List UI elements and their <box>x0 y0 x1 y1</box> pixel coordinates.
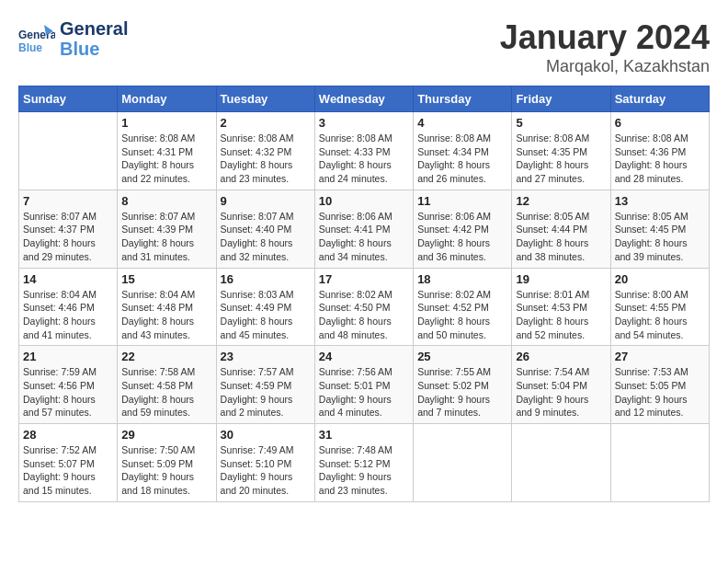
day-info: Sunrise: 8:08 AMSunset: 4:36 PMDaylight:… <box>615 132 705 186</box>
weekday-header-wednesday: Wednesday <box>314 86 413 112</box>
calendar-cell <box>610 424 709 502</box>
weekday-header-row: SundayMondayTuesdayWednesdayThursdayFrid… <box>19 86 710 112</box>
day-info: Sunrise: 8:00 AMSunset: 4:55 PMDaylight:… <box>615 288 705 342</box>
day-info: Sunrise: 8:04 AMSunset: 4:48 PMDaylight:… <box>121 288 211 342</box>
weekday-header-monday: Monday <box>118 86 216 112</box>
weekday-header-sunday: Sunday <box>19 86 118 112</box>
calendar-cell: 21Sunrise: 7:59 AMSunset: 4:56 PMDayligh… <box>19 346 118 424</box>
day-info: Sunrise: 7:55 AMSunset: 5:02 PMDaylight:… <box>417 365 507 419</box>
day-number: 8 <box>121 194 211 208</box>
logo-label: General Blue <box>60 18 128 59</box>
day-number: 1 <box>121 116 211 130</box>
day-number: 9 <box>221 194 311 208</box>
calendar-week-5: 28Sunrise: 7:52 AMSunset: 5:07 PMDayligh… <box>19 424 710 502</box>
day-info: Sunrise: 8:05 AMSunset: 4:44 PMDaylight:… <box>516 210 606 264</box>
calendar-cell: 24Sunrise: 7:56 AMSunset: 5:01 PMDayligh… <box>314 346 413 424</box>
calendar-cell: 1Sunrise: 8:08 AMSunset: 4:31 PMDaylight… <box>118 112 216 190</box>
calendar-cell: 15Sunrise: 8:04 AMSunset: 4:48 PMDayligh… <box>118 268 216 346</box>
calendar-cell: 8Sunrise: 8:07 AMSunset: 4:39 PMDaylight… <box>118 190 216 268</box>
day-number: 18 <box>417 272 507 286</box>
day-info: Sunrise: 8:07 AMSunset: 4:40 PMDaylight:… <box>221 210 311 264</box>
day-info: Sunrise: 7:58 AMSunset: 4:58 PMDaylight:… <box>121 365 211 419</box>
day-number: 22 <box>121 350 211 363</box>
calendar-cell: 11Sunrise: 8:06 AMSunset: 4:42 PMDayligh… <box>414 190 512 268</box>
calendar-cell: 25Sunrise: 7:55 AMSunset: 5:02 PMDayligh… <box>414 346 512 424</box>
day-number: 10 <box>319 194 409 208</box>
day-info: Sunrise: 8:07 AMSunset: 4:37 PMDaylight:… <box>23 210 113 264</box>
day-info: Sunrise: 8:06 AMSunset: 4:41 PMDaylight:… <box>319 210 409 264</box>
calendar-cell: 14Sunrise: 8:04 AMSunset: 4:46 PMDayligh… <box>19 268 118 346</box>
day-number: 17 <box>319 272 409 286</box>
svg-text:Blue: Blue <box>18 41 42 54</box>
calendar-cell: 3Sunrise: 8:08 AMSunset: 4:33 PMDaylight… <box>314 112 413 190</box>
calendar-cell: 31Sunrise: 7:48 AMSunset: 5:12 PMDayligh… <box>314 424 413 502</box>
day-number: 31 <box>319 428 409 442</box>
day-info: Sunrise: 7:52 AMSunset: 5:07 PMDaylight:… <box>23 443 113 498</box>
day-number: 14 <box>23 272 113 286</box>
page-header: General Blue General Blue January 2024 M… <box>18 18 710 76</box>
day-number: 20 <box>615 272 705 286</box>
weekday-header-tuesday: Tuesday <box>216 86 314 112</box>
calendar-cell <box>19 112 118 190</box>
calendar-cell: 19Sunrise: 8:01 AMSunset: 4:53 PMDayligh… <box>512 268 610 346</box>
day-info: Sunrise: 8:06 AMSunset: 4:42 PMDaylight:… <box>417 210 507 264</box>
calendar-table: SundayMondayTuesdayWednesdayThursdayFrid… <box>18 86 710 502</box>
calendar-week-4: 21Sunrise: 7:59 AMSunset: 4:56 PMDayligh… <box>19 346 710 424</box>
day-info: Sunrise: 8:08 AMSunset: 4:35 PMDaylight:… <box>516 132 606 186</box>
day-info: Sunrise: 8:08 AMSunset: 4:34 PMDaylight:… <box>417 132 507 186</box>
calendar-title: January 2024 <box>500 18 710 57</box>
day-number: 3 <box>319 116 409 130</box>
logo: General Blue General Blue <box>18 18 128 59</box>
logo-general-text: General <box>60 18 128 39</box>
day-info: Sunrise: 8:01 AMSunset: 4:53 PMDaylight:… <box>516 288 606 342</box>
day-number: 28 <box>23 428 113 442</box>
title-area: January 2024 Marqakol, Kazakhstan <box>500 18 710 76</box>
calendar-week-1: 1Sunrise: 8:08 AMSunset: 4:31 PMDaylight… <box>19 112 710 190</box>
day-info: Sunrise: 8:08 AMSunset: 4:32 PMDaylight:… <box>221 132 311 186</box>
calendar-cell: 13Sunrise: 8:05 AMSunset: 4:45 PMDayligh… <box>610 190 709 268</box>
calendar-cell: 7Sunrise: 8:07 AMSunset: 4:37 PMDaylight… <box>19 190 118 268</box>
day-info: Sunrise: 7:57 AMSunset: 4:59 PMDaylight:… <box>221 365 311 419</box>
day-info: Sunrise: 7:56 AMSunset: 5:01 PMDaylight:… <box>319 365 409 419</box>
calendar-cell: 4Sunrise: 8:08 AMSunset: 4:34 PMDaylight… <box>414 112 512 190</box>
day-info: Sunrise: 8:05 AMSunset: 4:45 PMDaylight:… <box>615 210 705 264</box>
logo-icon: General Blue <box>18 20 55 57</box>
calendar-cell <box>414 424 512 502</box>
calendar-cell: 20Sunrise: 8:00 AMSunset: 4:55 PMDayligh… <box>610 268 709 346</box>
day-number: 29 <box>121 428 211 442</box>
day-number: 19 <box>516 272 606 286</box>
day-number: 27 <box>615 350 705 363</box>
logo-blue-text: Blue <box>60 39 128 59</box>
day-number: 26 <box>516 350 606 363</box>
calendar-cell: 2Sunrise: 8:08 AMSunset: 4:32 PMDaylight… <box>216 112 314 190</box>
day-info: Sunrise: 8:02 AMSunset: 4:52 PMDaylight:… <box>417 288 507 342</box>
day-number: 4 <box>417 116 507 130</box>
day-number: 30 <box>221 428 311 442</box>
calendar-cell: 12Sunrise: 8:05 AMSunset: 4:44 PMDayligh… <box>512 190 610 268</box>
calendar-subtitle: Marqakol, Kazakhstan <box>500 57 710 76</box>
weekday-header-thursday: Thursday <box>414 86 512 112</box>
weekday-header-friday: Friday <box>512 86 610 112</box>
calendar-cell: 6Sunrise: 8:08 AMSunset: 4:36 PMDaylight… <box>610 112 709 190</box>
day-number: 15 <box>121 272 211 286</box>
calendar-cell: 28Sunrise: 7:52 AMSunset: 5:07 PMDayligh… <box>19 424 118 502</box>
day-number: 6 <box>615 116 705 130</box>
day-info: Sunrise: 7:50 AMSunset: 5:09 PMDaylight:… <box>121 443 211 498</box>
day-number: 12 <box>516 194 606 208</box>
weekday-header-saturday: Saturday <box>610 86 709 112</box>
day-info: Sunrise: 8:08 AMSunset: 4:33 PMDaylight:… <box>319 132 409 186</box>
day-number: 7 <box>23 194 113 208</box>
day-number: 21 <box>23 350 113 363</box>
calendar-cell: 22Sunrise: 7:58 AMSunset: 4:58 PMDayligh… <box>118 346 216 424</box>
calendar-cell: 16Sunrise: 8:03 AMSunset: 4:49 PMDayligh… <box>216 268 314 346</box>
day-number: 16 <box>221 272 311 286</box>
day-info: Sunrise: 8:03 AMSunset: 4:49 PMDaylight:… <box>221 288 311 342</box>
calendar-cell: 29Sunrise: 7:50 AMSunset: 5:09 PMDayligh… <box>118 424 216 502</box>
calendar-cell: 17Sunrise: 8:02 AMSunset: 4:50 PMDayligh… <box>314 268 413 346</box>
day-number: 25 <box>417 350 507 363</box>
day-info: Sunrise: 8:02 AMSunset: 4:50 PMDaylight:… <box>319 288 409 342</box>
calendar-cell <box>512 424 610 502</box>
day-info: Sunrise: 8:07 AMSunset: 4:39 PMDaylight:… <box>121 210 211 264</box>
day-number: 24 <box>319 350 409 363</box>
day-number: 11 <box>417 194 507 208</box>
